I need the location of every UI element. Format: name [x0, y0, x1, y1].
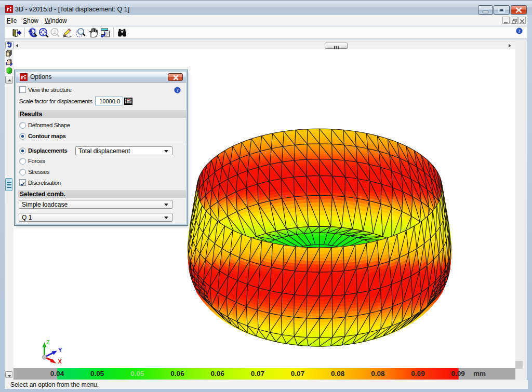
- svg-text:Y: Y: [58, 347, 62, 353]
- svg-text:2: 2: [53, 30, 56, 35]
- svg-text:?: ?: [518, 29, 520, 34]
- svg-text:X: X: [58, 358, 62, 364]
- svg-text:Z: Z: [46, 339, 50, 345]
- svg-text:?: ?: [176, 88, 178, 93]
